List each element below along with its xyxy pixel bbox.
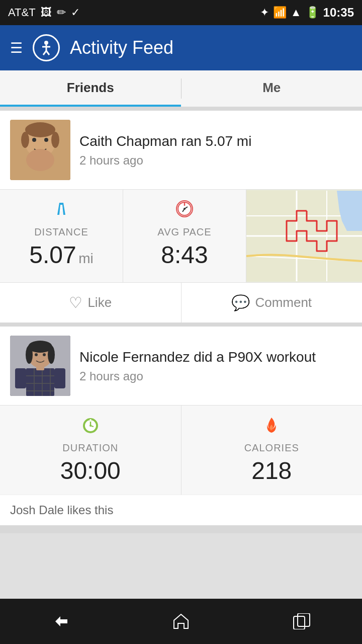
comment-button-1[interactable]: 💬 Comment [182,283,363,323]
activity-feed: Caith Chapman ran 5.07 mi 2 hours ago DI… [0,107,362,533]
svg-rect-55 [294,616,305,629]
activity-time-2: 2 hours ago [79,369,352,383]
bluetooth-icon: ✦ [260,6,269,19]
svg-rect-46 [54,368,65,388]
comment-label: Comment [255,295,312,310]
stats-row-2: DURATION 30:00 CALORIES 218 [0,405,362,495]
pace-icon [175,200,194,222]
activity-card-1: Caith Chapman ran 5.07 mi 2 hours ago DI… [0,111,362,323]
app-logo [33,34,60,61]
activity-card-2: Nicole Fernandez did a P90X workout 2 ho… [0,327,362,525]
status-bar-right: ✦ 📶 ▲ 🔋 10:35 [260,6,354,20]
likes-text: Josh Dale likes this [10,503,113,517]
status-time: 10:35 [323,6,354,20]
svg-point-12 [51,132,59,148]
avatar-caith [10,120,70,180]
svg-point-54 [89,419,92,421]
svg-point-42 [48,346,55,364]
svg-point-9 [26,149,54,171]
tabs-container: Friends Me [0,70,362,107]
app-title: Activity Feed [70,37,173,58]
distance-label: DISTANCE [34,226,88,238]
top-nav: ☰ Activity Feed [0,25,362,70]
home-button[interactable] [161,606,201,636]
svg-point-44 [43,353,46,356]
status-bar: AT&T 🖼 ✏ ✓ ✦ 📶 ▲ 🔋 10:35 [0,0,362,25]
svg-point-11 [21,132,29,148]
svg-point-22 [184,208,186,210]
like-label: Like [87,295,112,310]
svg-line-4 [46,51,49,55]
back-button[interactable] [40,606,80,636]
activity-text-2: Nicole Fernandez did a P90X workout [79,348,352,366]
photo-icon: 🖼 [41,6,52,19]
stat-pace: AVG PACE 8:43 [123,190,246,282]
pace-label: AVG PACE [157,226,211,238]
like-button-1[interactable]: ♡ Like [0,283,182,323]
user-info-1: Caith Chapman ran 5.07 mi 2 hours ago [79,132,352,168]
stat-duration: DURATION 30:00 [0,406,182,495]
avatar-nicole [10,336,70,396]
activity-time-1: 2 hours ago [79,153,352,168]
stat-calories: CALORIES 218 [182,406,363,495]
check-icon: ✓ [71,6,80,19]
svg-point-0 [44,41,48,45]
svg-point-7 [32,138,36,142]
signal-icon: 📶 [273,6,287,19]
svg-marker-13 [57,203,65,215]
edit-icon: ✏ [57,6,66,19]
svg-rect-14 [60,207,62,208]
svg-rect-45 [15,368,26,388]
wifi-icon: ▲ [291,6,302,19]
heart-icon: ♡ [69,294,82,311]
card-header-1: Caith Chapman ran 5.07 mi 2 hours ago [0,111,362,189]
distance-value: 5.07 mi [29,241,93,269]
svg-rect-15 [60,210,62,211]
road-icon [52,200,70,222]
card-header-2: Nicole Fernandez did a P90X workout 2 ho… [0,327,362,405]
likes-row-2: Josh Dale likes this [0,495,362,525]
bottom-nav [0,599,362,644]
svg-point-41 [26,346,33,364]
status-bar-left: AT&T 🖼 ✏ ✓ [8,6,80,19]
recents-button[interactable] [282,606,322,636]
user-info-2: Nicole Fernandez did a P90X workout 2 ho… [79,348,352,383]
pace-value: 8:43 [161,241,208,269]
timer-icon [81,416,100,438]
carrier-text: AT&T [8,6,36,19]
menu-button[interactable]: ☰ [10,40,23,56]
activity-map [246,190,362,282]
duration-value: 30:00 [60,457,121,485]
duration-label: DURATION [62,442,118,454]
calories-label: CALORIES [244,442,299,454]
svg-point-8 [44,138,48,142]
svg-point-43 [35,353,38,356]
tab-friends[interactable]: Friends [0,70,181,107]
comment-icon: 💬 [231,294,250,311]
svg-rect-56 [298,613,310,626]
svg-point-10 [25,122,55,137]
fire-icon [262,416,281,438]
stats-row-1: DISTANCE 5.07 mi [0,189,362,282]
activity-text-1: Caith Chapman ran 5.07 mi [79,132,352,150]
stat-distance: DISTANCE 5.07 mi [0,190,123,282]
battery-icon: 🔋 [306,6,319,19]
calories-value: 218 [251,457,292,485]
tab-me[interactable]: Me [182,70,363,107]
action-row-1: ♡ Like 💬 Comment [0,282,362,323]
